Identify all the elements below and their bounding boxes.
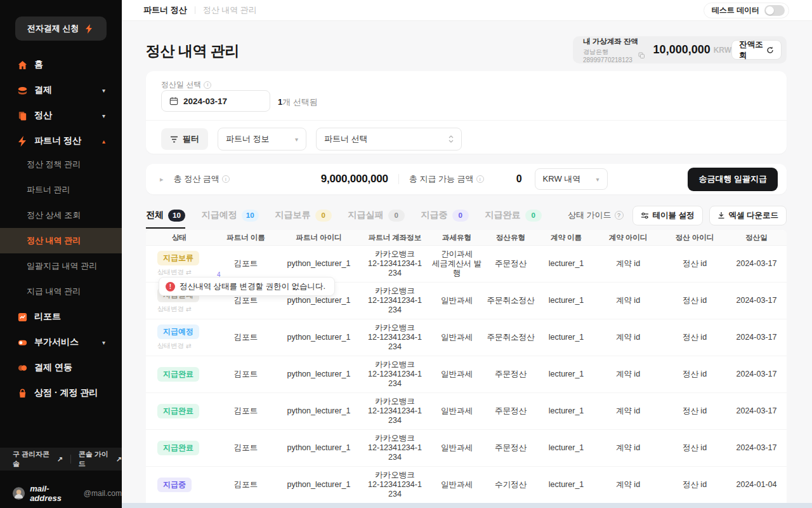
table-row[interactable]: 지급완료김포트python_lecturer_1카카오뱅크12-12341234… [146, 393, 787, 430]
sidebar-subitem-bulk-payout[interactable]: 일괄지급 내역 관리 [0, 253, 122, 279]
cell-tax-type: 일반과세 [431, 296, 482, 305]
sidebar-item-label: 리포트 [34, 311, 61, 323]
account-area[interactable]: mail-address @mail.com [13, 484, 122, 503]
cell-contract-id: 계약 id [593, 333, 663, 342]
sidebar-item-home[interactable]: 홈 [0, 52, 122, 77]
balance-bank-account: 경남은행 28999770218123 [583, 48, 645, 64]
cell-status: 지급중 [146, 478, 213, 492]
filter-button[interactable]: 필터 [161, 128, 208, 150]
cell-status: 지급완료 [146, 404, 213, 418]
status-badge: 지급완료 [157, 367, 199, 382]
cell-status: 지급완료 [146, 367, 213, 382]
filter-row: 필터 파트너 정보 ▾ 파트너 선택 [161, 128, 462, 150]
sidebar-subitem-detail[interactable]: 정산 상세 조회 [0, 203, 122, 228]
date-picker-input[interactable]: 2024-03-17 [161, 90, 270, 112]
status-change-link[interactable]: 상태변경 ⇄ [157, 267, 192, 277]
breadcrumb-parent[interactable]: 파트너 정산 [143, 4, 187, 16]
currency-select-value: KRW 내역 [543, 173, 581, 185]
chevron-down-icon[interactable]: ▾ [102, 112, 105, 119]
cell-contract-id: 계약 id [593, 370, 663, 379]
total-label-text: 총 정산 금액 [174, 173, 219, 185]
info-icon[interactable]: i [476, 175, 484, 183]
tab-in-progress[interactable]: 지급중 0 [421, 206, 469, 225]
screen: 전자결제 신청 홈 결제 ▾ 정산 ▾ [0, 0, 812, 508]
cell-settlement-date: 2024-03-17 [726, 259, 787, 269]
table-row[interactable]: 지급완료김포트python_lecturer_1카카오뱅크12-12341234… [146, 356, 787, 393]
console-guide-link[interactable]: 콘솔 가이드 ↗ [79, 450, 122, 469]
filter-button-label: 필터 [183, 133, 199, 145]
sidebar-item-store-account[interactable]: 상점 · 계정 관리 [0, 380, 122, 406]
column-header: 정산유형 [482, 233, 539, 243]
copy-icon[interactable] [638, 52, 645, 58]
expand-caret-icon[interactable]: ▸ [160, 175, 164, 184]
cell-partner-id: python_lecturer_1 [279, 333, 358, 342]
sidebar-item-payment[interactable]: 결제 ▾ [0, 77, 122, 103]
status-badge: 지급완료 [157, 404, 199, 418]
sidebar-item-integration[interactable]: 결제 연동 [0, 355, 122, 380]
summary-bar: ▸ 총 정산 금액 i 9,000,000,000 총 지급 가능 금액 i 0… [146, 164, 787, 194]
info-icon[interactable]: i [204, 81, 211, 89]
tooltip-text: 정산내역 상태를 변경할 권한이 없습니다. [180, 281, 325, 292]
sidebar-footer: 구 관리자콘솔 ↗ 콘솔 가이드 ↗ [0, 448, 122, 471]
currency-select[interactable]: KRW 내역 ▾ [535, 168, 608, 190]
link-icon [16, 362, 28, 373]
sidebar-item-label: 상점 · 계정 관리 [34, 387, 98, 399]
cell-tax-type: 일반과세 [431, 480, 482, 490]
chevron-down-icon[interactable]: ▾ [102, 87, 105, 94]
balance-check-button[interactable]: 잔액조회 [731, 40, 782, 60]
info-icon[interactable]: i [222, 175, 230, 183]
tab-all[interactable]: 전체 10 [146, 206, 185, 225]
chevron-up-icon[interactable]: ▴ [102, 138, 105, 145]
cell-contract-name: lecturer_1 [539, 443, 593, 453]
sidebar-item-partner-settlement[interactable]: 파트너 정산 ▴ [0, 128, 122, 154]
status-tabs: 전체 10 지급예정 10 지급보류 0 지급실패 0 지급중 0 지급완료 0 [146, 206, 787, 225]
calendar-icon [169, 97, 178, 105]
tab-failed[interactable]: 지급실패 0 [348, 206, 405, 225]
column-header: 상태 [146, 233, 213, 243]
cell-contract-id: 계약 id [593, 480, 663, 490]
page-title: 정산 내역 관리 [146, 41, 239, 61]
sidebar-subitem-history-active[interactable]: 정산 내역 관리 [0, 228, 122, 253]
date-value: 2024-03-17 [183, 97, 227, 106]
e-payment-apply-button[interactable]: 전자결제 신청 [15, 17, 107, 41]
cell-partner-account: 카카오뱅크12-12341234-1234 [358, 397, 431, 425]
table-settings-button[interactable]: 테이블 설정 [632, 206, 703, 225]
excel-download-button[interactable]: 엑셀 다운로드 [709, 206, 787, 225]
partner-info-dropdown[interactable]: 파트너 정보 ▾ [218, 128, 306, 150]
tab-count-badge: 10 [168, 210, 185, 222]
tab-hold[interactable]: 지급보류 0 [275, 206, 332, 225]
sidebar-item-settlement[interactable]: 정산 ▾ [0, 103, 122, 128]
tab-completed[interactable]: 지급완료 0 [485, 206, 542, 225]
sidebar-item-report[interactable]: 리포트 [0, 304, 122, 330]
cell-tax-type: 일반과세 [431, 333, 482, 342]
sidebar-subitem-payout-history[interactable]: 지급 내역 관리 [0, 279, 122, 304]
test-data-toggle[interactable] [764, 5, 785, 16]
subitem-label: 정산 상세 조회 [27, 210, 81, 221]
sidebar-subitem-partner[interactable]: 파트너 관리 [0, 177, 122, 203]
sidebar-subitem-policy[interactable]: 정산 정책 관리 [0, 152, 122, 177]
status-badge: 지급중 [157, 478, 192, 492]
cell-settlement-date: 2024-03-17 [726, 296, 787, 305]
partner-select-dropdown[interactable]: 파트너 선택 [316, 128, 462, 150]
column-header: 정산일 [726, 233, 787, 243]
table-row[interactable]: 지급완료김포트python_lecturer_1카카오뱅크12-12341234… [146, 430, 787, 467]
chevron-down-icon[interactable]: ▾ [102, 339, 105, 346]
column-header: 파트너 아이디 [279, 233, 358, 243]
summary-divider [398, 174, 399, 184]
status-change-link[interactable]: 상태변경 ⇄ [157, 341, 192, 351]
cell-partner-name: 김포트 [213, 406, 279, 416]
column-header: 정산 아이디 [663, 233, 726, 243]
sidebar-item-label: 홈 [34, 59, 43, 70]
tab-scheduled[interactable]: 지급예정 10 [202, 206, 259, 225]
settlement-date-label: 정산일 선택 i [161, 79, 211, 90]
bulk-transfer-label: 송금대행 일괄지급 [698, 173, 767, 185]
cell-contract-id: 계약 id [593, 259, 663, 269]
old-console-link[interactable]: 구 관리자콘솔 ↗ [13, 450, 63, 469]
table-row[interactable]: 지급예정상태변경 ⇄김포트python_lecturer_1카카오뱅크12-12… [146, 319, 787, 356]
sidebar-item-addons[interactable]: 부가서비스 ▾ [0, 330, 122, 355]
status-guide-link[interactable]: 상태 가이드 ? [568, 210, 624, 221]
table-row[interactable]: 지급중김포트python_lecturer_1카카오뱅크12-12341234-… [146, 467, 787, 504]
bulk-transfer-button[interactable]: 송금대행 일괄지급 [688, 168, 778, 191]
status-change-link[interactable]: 상태변경 ⇄ [157, 304, 192, 314]
question-icon: ? [615, 211, 624, 220]
